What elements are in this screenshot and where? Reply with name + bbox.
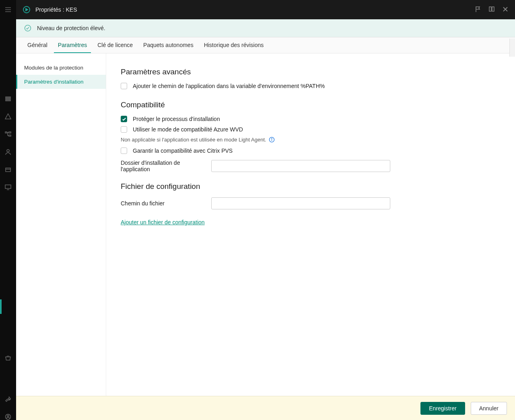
- book-icon[interactable]: [488, 6, 495, 14]
- input-install-folder[interactable]: [211, 160, 390, 172]
- label-citrix: Garantir la compatibilité avec Citrix PV…: [133, 148, 233, 154]
- section-advanced-title: Paramètres avancés: [121, 68, 501, 76]
- svg-rect-4: [6, 98, 10, 99]
- save-button[interactable]: Enregistrer: [420, 402, 465, 415]
- section-compat-title: Compatibilité: [121, 100, 501, 109]
- cancel-button[interactable]: Annuler: [471, 402, 507, 415]
- svg-rect-5: [6, 100, 10, 101]
- tab-revisions[interactable]: Historique des révisions: [200, 37, 268, 53]
- hint-azure: Non applicable si l'application est util…: [121, 137, 266, 143]
- basket-icon[interactable]: [5, 355, 11, 361]
- label-file-path: Chemin du fichier: [121, 200, 207, 207]
- title-bar: Propriétés : KES: [16, 0, 515, 19]
- svg-point-25: [272, 138, 272, 139]
- checkbox-protect-install[interactable]: [121, 116, 127, 122]
- svg-point-12: [7, 150, 9, 152]
- list-icon[interactable]: [5, 96, 11, 102]
- brand-icon: [23, 6, 31, 14]
- svg-rect-3: [6, 97, 10, 98]
- tab-license[interactable]: Clé de licence: [93, 37, 137, 53]
- svg-rect-15: [5, 185, 11, 188]
- check-circle-icon: [24, 25, 31, 32]
- account-icon[interactable]: [5, 414, 11, 420]
- side-nav: Modules de la protection Paramètres d'in…: [16, 53, 106, 396]
- nav-rail: [0, 0, 16, 420]
- checkbox-azure-wvd[interactable]: [121, 126, 127, 133]
- checkbox-add-path[interactable]: [121, 83, 127, 89]
- nav-item-protection[interactable]: Modules de la protection: [16, 61, 106, 75]
- monitor-icon[interactable]: [5, 184, 11, 191]
- package-icon[interactable]: [5, 166, 11, 173]
- svg-rect-7: [9, 132, 11, 133]
- label-install-folder: Dossier d'installation de l'application: [121, 160, 207, 172]
- tab-general[interactable]: Général: [23, 37, 52, 53]
- window-title: Propriétés : KES: [35, 6, 77, 13]
- scrollbar[interactable]: [509, 39, 515, 57]
- svg-point-18: [7, 415, 9, 417]
- svg-rect-6: [5, 132, 7, 133]
- nav-item-install[interactable]: Paramètres d'installation: [16, 75, 106, 89]
- svg-rect-8: [9, 135, 11, 136]
- footer: Enregistrer Annuler: [16, 396, 515, 420]
- status-banner: Niveau de protection élevé.: [16, 19, 515, 37]
- label-azure-wvd: Utiliser le mode de compatibilité Azure …: [133, 126, 243, 133]
- checkbox-citrix[interactable]: [121, 148, 127, 154]
- wrench-icon[interactable]: [5, 396, 11, 402]
- main-panel: Paramètres avancés Ajouter le chemin de …: [106, 53, 515, 396]
- label-protect-install: Protéger le processus d'installation: [133, 116, 220, 122]
- status-text: Niveau de protection élevé.: [37, 25, 105, 31]
- menu-icon[interactable]: [5, 6, 11, 13]
- tree-icon[interactable]: [5, 131, 11, 137]
- svg-rect-13: [6, 168, 10, 172]
- tab-parameters[interactable]: Paramètres: [54, 37, 91, 53]
- warning-icon[interactable]: [5, 113, 11, 120]
- user-icon[interactable]: [5, 149, 11, 155]
- rail-active-indicator: [0, 299, 2, 314]
- section-config-title: Fichier de configuration: [121, 182, 501, 191]
- flag-icon[interactable]: [475, 6, 481, 14]
- input-file-path[interactable]: [211, 197, 390, 209]
- info-icon[interactable]: [269, 137, 275, 143]
- tabs: Général Paramètres Clé de licence Paquet…: [16, 37, 515, 53]
- link-add-config[interactable]: Ajouter un fichier de configuration: [121, 219, 205, 225]
- label-add-path: Ajouter le chemin de l'application dans …: [133, 83, 325, 89]
- close-icon[interactable]: [502, 6, 509, 14]
- tab-packages[interactable]: Paquets autonomes: [139, 37, 198, 53]
